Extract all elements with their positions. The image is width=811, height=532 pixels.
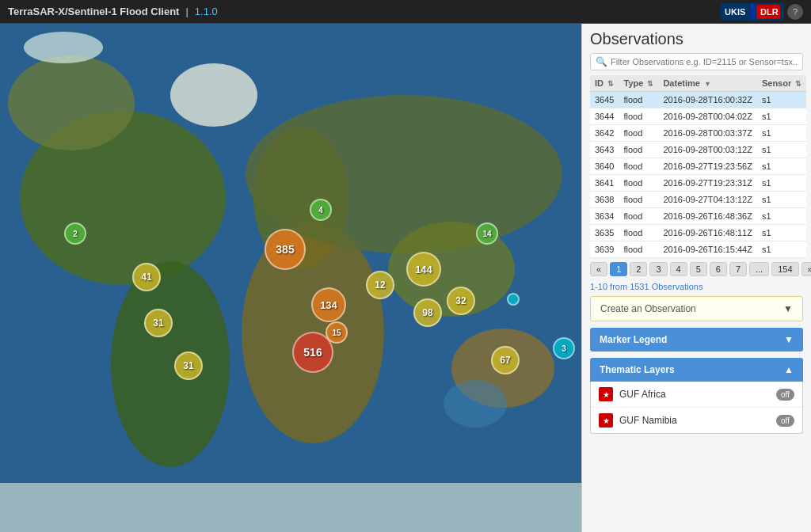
thematic-layer-1: ★GUF Namibiaoff — [591, 408, 802, 433]
cell-datetime: 2016-09-27T19:23:31Z — [658, 175, 757, 192]
cell-id: 3635 — [590, 225, 619, 241]
map-area[interactable]: 241313151638513415412144983214673 — [0, 24, 581, 532]
cell-type: flood — [619, 192, 658, 208]
cluster-c3[interactable]: 31 — [144, 309, 173, 337]
layer-icon-1: ★ — [599, 413, 613, 428]
marker-legend-expand-icon: ▼ — [784, 334, 794, 345]
cluster-c8[interactable]: 15 — [326, 321, 348, 344]
cell-datetime: 2016-09-26T16:48:11Z — [658, 225, 757, 241]
table-row[interactable]: 3634flood2016-09-26T16:48:36Zs1 — [590, 208, 806, 225]
table-row[interactable]: 3644flood2016-09-28T00:04:02Zs1 — [590, 108, 806, 125]
app-title: TerraSAR-X/Sentinel-1 Flood Client — [8, 6, 179, 17]
layer-toggle-1[interactable]: off — [776, 415, 794, 427]
cell-type: flood — [619, 92, 658, 108]
svg-point-16 — [24, 32, 103, 63]
table-row[interactable]: 3640flood2016-09-27T19:23:56Zs1 — [590, 158, 806, 175]
cell-id: 3641 — [590, 175, 619, 192]
cell-type: flood — [619, 108, 658, 125]
cell-id: 3639 — [590, 241, 619, 258]
svg-point-7 — [8, 55, 135, 150]
cluster-c14[interactable]: 14 — [476, 222, 498, 245]
table-row[interactable]: 3642flood2016-09-28T00:03:37Zs1 — [590, 125, 806, 142]
cluster-c7[interactable]: 134 — [311, 287, 346, 322]
search-bar[interactable]: 🔍 — [590, 53, 803, 70]
header-logo: UKIS DLR ? — [721, 3, 803, 21]
page-btn-6[interactable]: 6 — [710, 262, 727, 276]
create-obs-label: Create an Observation — [600, 303, 696, 314]
cluster-c11[interactable]: 144 — [406, 252, 441, 287]
col-type[interactable]: Type ⇅ — [619, 75, 658, 92]
table-row[interactable]: 3635flood2016-09-26T16:48:11Zs1 — [590, 225, 806, 241]
svg-rect-15 — [0, 483, 581, 532]
svg-point-14 — [170, 63, 257, 127]
cell-datetime: 2016-09-27T19:23:56Z — [658, 158, 757, 175]
cell-id: 3643 — [590, 142, 619, 158]
header-left: TerraSAR-X/Sentinel-1 Flood Client | 1.1… — [8, 6, 218, 17]
create-observation-button[interactable]: Create an Observation ▼ — [590, 296, 803, 321]
svg-text:UKIS: UKIS — [725, 7, 745, 17]
cell-id: 3638 — [590, 192, 619, 208]
cell-type: flood — [619, 225, 658, 241]
table-header-row: ID ⇅ Type ⇅ Datetime ▼ Sensor ⇅ — [590, 75, 806, 92]
table-header: ID ⇅ Type ⇅ Datetime ▼ Sensor ⇅ — [590, 75, 806, 92]
cell-sensor: s1 — [757, 108, 806, 125]
cell-id: 3645 — [590, 92, 619, 108]
svg-text:DLR: DLR — [760, 7, 779, 17]
cell-id: 3634 — [590, 208, 619, 225]
marker-legend-label: Marker Legend — [600, 334, 667, 345]
thematic-layers-button[interactable]: Thematic Layers ▲ — [590, 358, 803, 382]
table-row[interactable]: 3641flood2016-09-27T19:23:31Zs1 — [590, 175, 806, 192]
cluster-c6[interactable]: 385 — [265, 229, 306, 270]
cluster-c2[interactable]: 41 — [132, 263, 161, 291]
cluster-c9[interactable]: 4 — [310, 199, 332, 221]
page-btn-»[interactable]: » — [801, 262, 811, 276]
sidebar: Observations 🔍 ID ⇅ Type ⇅ Datetime ▼ Se… — [581, 24, 811, 532]
table-row[interactable]: 3639flood2016-09-26T16:15:44Zs1 — [590, 241, 806, 258]
observations-body: 3645flood2016-09-28T16:00:32Zs13644flood… — [590, 92, 806, 258]
page-btn-«[interactable]: « — [590, 262, 607, 276]
observations-table: ID ⇅ Type ⇅ Datetime ▼ Sensor ⇅ 3645floo… — [590, 75, 806, 258]
cell-datetime: 2016-09-28T00:03:12Z — [658, 142, 757, 158]
cluster-c17[interactable] — [507, 293, 520, 306]
cell-datetime: 2016-09-28T16:00:32Z — [658, 92, 757, 108]
cell-sensor: s1 — [757, 125, 806, 142]
page-btn-7[interactable]: 7 — [729, 262, 747, 276]
cell-sensor: s1 — [757, 92, 806, 108]
ukis-dlr-logo: UKIS DLR — [721, 3, 784, 21]
cluster-c16[interactable]: 3 — [553, 337, 575, 359]
page-btn-4[interactable]: 4 — [670, 262, 687, 276]
cell-datetime: 2016-09-28T00:03:37Z — [658, 125, 757, 142]
cell-sensor: s1 — [757, 142, 806, 158]
table-row[interactable]: 3643flood2016-09-28T00:03:12Zs1 — [590, 142, 806, 158]
page-btn-1[interactable]: 1 — [610, 262, 627, 276]
marker-legend-button[interactable]: Marker Legend ▼ — [590, 328, 803, 352]
cell-datetime: 2016-09-27T04:13:12Z — [658, 192, 757, 208]
svg-rect-4 — [751, 3, 756, 21]
col-datetime[interactable]: Datetime ▼ — [658, 75, 757, 92]
table-row[interactable]: 3645flood2016-09-28T16:00:32Zs1 — [590, 92, 806, 108]
cluster-c4[interactable]: 31 — [174, 352, 203, 380]
app-version: 1.1.0 — [195, 6, 218, 17]
help-button[interactable]: ? — [787, 4, 803, 20]
col-sensor[interactable]: Sensor ⇅ — [757, 75, 806, 92]
table-row[interactable]: 3638flood2016-09-27T04:13:12Zs1 — [590, 192, 806, 208]
search-input[interactable] — [611, 57, 798, 66]
col-id[interactable]: ID ⇅ — [590, 75, 619, 92]
layer-toggle-0[interactable]: off — [776, 389, 794, 401]
cell-type: flood — [619, 208, 658, 225]
cluster-c1[interactable]: 2 — [64, 222, 86, 245]
main-layout: 241313151638513415412144983214673 Observ… — [0, 24, 811, 532]
cluster-c15[interactable]: 67 — [491, 346, 520, 374]
cluster-c12[interactable]: 98 — [413, 298, 442, 327]
page-btn-2[interactable]: 2 — [630, 262, 647, 276]
thematic-layers-label: Thematic Layers — [600, 364, 675, 375]
page-btn-5[interactable]: 5 — [690, 262, 707, 276]
cluster-c13[interactable]: 32 — [447, 287, 475, 315]
page-btn-154[interactable]: 154 — [771, 262, 798, 276]
thematic-layers-collapse-icon: ▲ — [784, 364, 794, 375]
cluster-c10[interactable]: 12 — [366, 271, 394, 299]
observations-title: Observations — [590, 30, 803, 48]
page-btn-...[interactable]: ... — [749, 262, 769, 276]
page-btn-3[interactable]: 3 — [649, 262, 667, 276]
cell-type: flood — [619, 142, 658, 158]
